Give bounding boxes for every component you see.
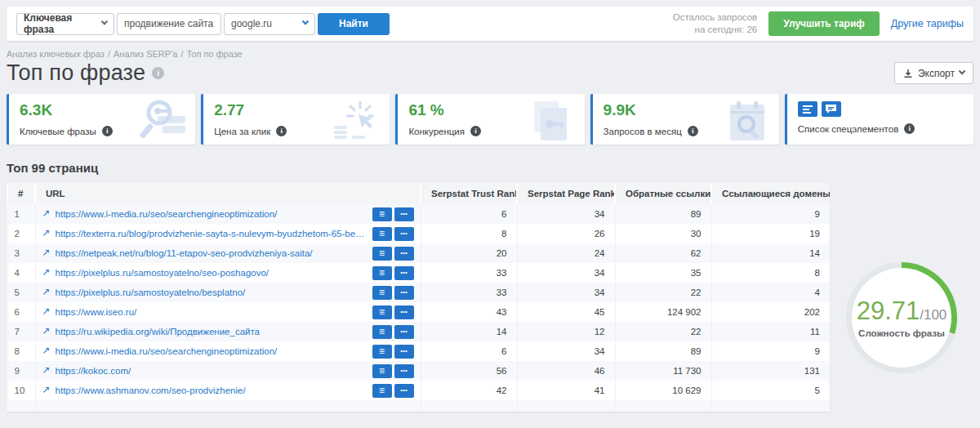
other-plans-link[interactable]: Другие тарифы xyxy=(891,18,964,29)
backlinks-cell: 62 xyxy=(615,243,711,263)
more-actions-button[interactable] xyxy=(394,207,414,221)
row-index: 3 xyxy=(7,243,35,263)
serp-snippet-button[interactable] xyxy=(372,266,392,280)
info-icon[interactable] xyxy=(102,126,113,136)
result-url-link[interactable]: https://netpeak.net/ru/blog/11-etapov-se… xyxy=(56,248,368,258)
serp-snippet-button[interactable] xyxy=(372,286,392,300)
external-link-icon[interactable]: ↗ xyxy=(42,345,51,356)
chat-bubble-icon[interactable] xyxy=(822,101,841,117)
more-actions-button[interactable] xyxy=(394,384,414,398)
card-cost-per-click[interactable]: 2.77 Цена за клик xyxy=(201,94,390,145)
backlinks-cell: 22 xyxy=(615,322,711,341)
result-url-link[interactable]: https://www.i-media.ru/seo/searchengineo… xyxy=(56,346,368,356)
result-url-link[interactable]: https://www.i-media.ru/seo/searchengineo… xyxy=(56,209,368,219)
row-index: 7 xyxy=(7,322,35,341)
search-form: Ключевая фраза google.ru Найти xyxy=(16,13,390,35)
table-row-clipped xyxy=(7,400,830,412)
external-link-icon[interactable]: ↗ xyxy=(42,364,51,376)
more-actions-button[interactable] xyxy=(394,364,414,378)
col-trust-rank[interactable]: Serpstat Trust Rank xyxy=(421,183,517,204)
serp-snippet-button[interactable] xyxy=(372,384,392,398)
upgrade-plan-button[interactable]: Улучшить тариф xyxy=(768,11,880,36)
table-row: 6 ↗https://www.iseo.ru/ 43 45 124 902 20… xyxy=(7,302,830,322)
info-icon[interactable] xyxy=(904,123,915,134)
calendar-magnifier-icon xyxy=(717,100,771,142)
page-rank-cell: 34 xyxy=(517,283,615,302)
page-rank-cell: 34 xyxy=(517,204,615,224)
external-link-icon[interactable]: ↗ xyxy=(42,305,51,317)
more-actions-button[interactable] xyxy=(394,325,414,339)
more-actions-button[interactable] xyxy=(394,266,414,280)
trust-rank-cell: 20 xyxy=(421,243,517,263)
serp-snippet-button[interactable] xyxy=(372,325,392,339)
page-rank-cell: 12 xyxy=(517,322,615,341)
serp-snippet-button[interactable] xyxy=(372,207,392,221)
breadcrumb-top-by-phrase[interactable]: Топ по фразе xyxy=(186,49,242,59)
trust-rank-cell: 8 xyxy=(421,224,517,243)
card-keywords[interactable]: 6.3K Ключевые фразы xyxy=(7,94,195,145)
col-backlinks[interactable]: Обратные ссылки xyxy=(615,183,711,204)
more-actions-button[interactable] xyxy=(394,305,414,319)
result-url-link[interactable]: https://texterra.ru/blog/prodvizhenie-sa… xyxy=(56,229,368,239)
more-actions-button[interactable] xyxy=(394,286,414,300)
card-special-elements[interactable]: Список спецэлементов xyxy=(785,94,973,145)
external-link-icon[interactable]: ↗ xyxy=(42,247,51,258)
keywords-label: Ключевые фразы xyxy=(20,127,96,136)
result-url-link[interactable]: https://ru.wikipedia.org/wiki/Продвижени… xyxy=(56,327,368,337)
col-url[interactable]: URL xyxy=(35,183,421,204)
ref-domains-cell: 8 xyxy=(711,263,830,283)
external-link-icon[interactable]: ↗ xyxy=(42,207,51,219)
keyword-type-select[interactable]: Ключевая фраза xyxy=(16,13,114,35)
card-competition[interactable]: 61 % Конкуренция xyxy=(395,94,584,145)
col-index[interactable]: # xyxy=(7,183,35,204)
row-index: 5 xyxy=(7,283,35,302)
serp-snippet-button[interactable] xyxy=(372,247,392,261)
export-button[interactable]: Экспорт xyxy=(894,62,973,84)
region-select[interactable]: google.ru xyxy=(224,13,315,35)
serp-snippet-button[interactable] xyxy=(372,345,392,359)
external-link-icon[interactable]: ↗ xyxy=(42,266,51,278)
external-link-icon[interactable]: ↗ xyxy=(42,227,51,239)
result-url-link[interactable]: https://kokoc.com/ xyxy=(56,366,368,376)
info-icon[interactable] xyxy=(276,126,287,136)
special-elements-label: Список спецэлементов xyxy=(798,124,898,134)
title-info-icon[interactable] xyxy=(152,67,164,79)
row-index: 6 xyxy=(7,302,35,322)
result-url-link[interactable]: https://www.iseo.ru/ xyxy=(56,307,368,317)
external-link-icon[interactable]: ↗ xyxy=(42,384,51,395)
ref-domains-cell: 14 xyxy=(711,243,830,263)
info-icon[interactable] xyxy=(470,126,481,136)
card-monthly-searches[interactable]: 9.9K Запросов в месяц xyxy=(590,94,779,145)
export-label: Экспорт xyxy=(918,68,955,79)
breadcrumb-serp-analysis[interactable]: Анализ SERP'а xyxy=(114,49,177,59)
cpc-label: Цена за клик xyxy=(214,127,270,136)
page-rank-cell: 45 xyxy=(517,302,615,322)
result-url-link[interactable]: https://pixelplus.ru/samostoyatelno/besp… xyxy=(56,288,368,297)
col-ref-domains[interactable]: Ссылающиеся домены xyxy=(711,183,830,204)
result-url-link[interactable]: https://pixelplus.ru/samostoyatelno/seo-… xyxy=(56,268,368,278)
row-index: 1 xyxy=(7,204,35,224)
result-url-link[interactable]: https://www.ashmanov.com/seo-prodvizheni… xyxy=(56,386,368,395)
external-link-icon[interactable]: ↗ xyxy=(42,286,51,297)
more-actions-button[interactable] xyxy=(394,247,414,261)
find-button[interactable]: Найти xyxy=(318,13,390,35)
trust-rank-cell: 6 xyxy=(421,204,517,224)
more-actions-button[interactable] xyxy=(394,227,414,241)
table-row: 8 ↗https://www.i-media.ru/seo/searchengi… xyxy=(7,341,830,361)
difficulty-max: /100 xyxy=(920,307,947,323)
page-rank-cell: 34 xyxy=(517,341,615,361)
competition-label: Конкуренция xyxy=(408,127,465,136)
snippet-list-icon[interactable] xyxy=(798,101,817,117)
search-input[interactable] xyxy=(117,13,221,35)
info-icon[interactable] xyxy=(688,126,698,136)
serp-snippet-button[interactable] xyxy=(372,305,392,319)
external-link-icon[interactable]: ↗ xyxy=(42,325,51,337)
more-actions-button[interactable] xyxy=(394,345,414,359)
difficulty-label: Сложность фразы xyxy=(858,328,945,338)
trust-rank-cell: 56 xyxy=(421,361,517,381)
serp-snippet-button[interactable] xyxy=(372,364,392,378)
serp-snippet-button[interactable] xyxy=(372,227,392,241)
col-page-rank[interactable]: Serpstat Page Rank xyxy=(517,183,615,204)
trust-rank-cell: 42 xyxy=(421,381,517,400)
breadcrumb-keyword-analysis[interactable]: Анализ ключевых фраз xyxy=(7,49,105,59)
